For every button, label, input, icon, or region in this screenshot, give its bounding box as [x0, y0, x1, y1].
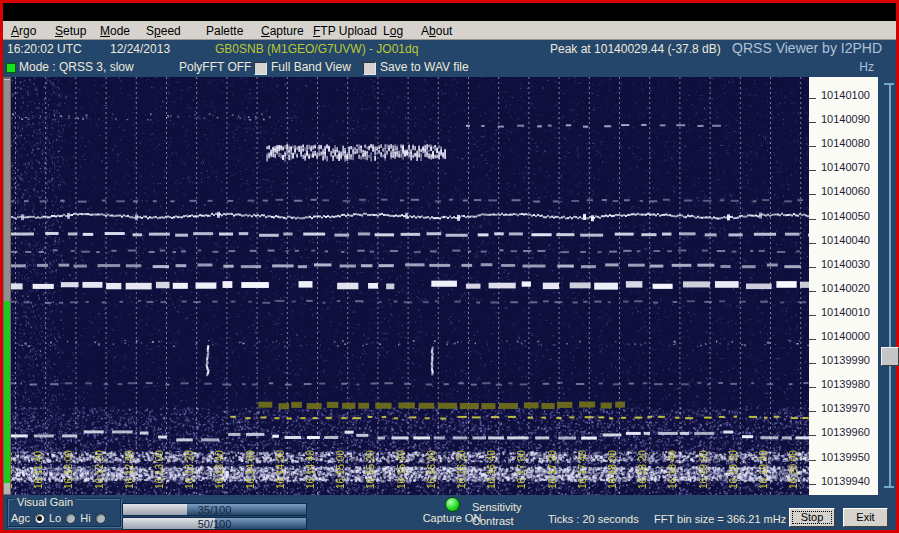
visual-gain-group: Visual Gain Agc Lo Hi — [7, 498, 121, 527]
info-bar: 16:20:02 UTC 12/24/2013 GB0SNB (M1GEO/G7… — [3, 40, 896, 58]
freq-axis-label: 10140040 — [809, 234, 870, 246]
agc-radio[interactable] — [34, 513, 45, 524]
capture-led-icon — [445, 497, 460, 512]
visual-gain-legend: Visual Gain — [14, 496, 76, 508]
mode-bar: Mode : QRSS 3, slow PolyFFT OFF Full Ban… — [3, 58, 896, 77]
freq-axis-label: 10139970 — [809, 402, 870, 414]
menu-item-mode[interactable]: Mode — [97, 23, 133, 39]
freq-axis-label: 10139940 — [809, 475, 870, 487]
sensitivity-value: 35/100 — [123, 504, 306, 515]
freq-unit-label: Hz — [859, 60, 874, 74]
frequency-axis: 1014010010140090101400801014007010140060… — [809, 77, 878, 495]
buffer-strip-green — [4, 301, 10, 483]
freq-tick-mark — [809, 330, 816, 340]
contrast-value: 50/100 — [123, 518, 306, 529]
status-led-icon — [6, 63, 16, 73]
gain-radio-row: Agc Lo Hi — [11, 512, 106, 524]
freq-tick-mark — [809, 426, 816, 436]
utc-clock: 16:20:02 UTC — [7, 42, 82, 56]
polyfft-status[interactable]: PolyFFT OFF — [179, 60, 251, 74]
menu-bar: ArgoSetupModeSpeedPaletteCaptureFTP Uplo… — [3, 21, 896, 40]
freq-axis-label: 10139950 — [809, 451, 870, 463]
freq-tick-mark — [809, 378, 816, 388]
title-bar — [3, 3, 896, 21]
freq-tick-mark — [809, 475, 816, 485]
freq-axis-label: 10139990 — [809, 354, 870, 366]
full-band-view-checkbox[interactable] — [254, 62, 267, 75]
menu-item-argo[interactable]: Argo — [8, 23, 39, 39]
fft-bin-info: FFT bin size = 366.21 mHz — [654, 513, 786, 525]
spectrogram-canvas[interactable] — [11, 77, 809, 495]
menu-item-palette[interactable]: Palette — [203, 23, 246, 39]
frequency-scrollbar[interactable] — [878, 77, 896, 495]
waterfall-area: 1014010010140090101400801014007010140060… — [3, 77, 896, 495]
stop-button[interactable]: Stop — [789, 508, 835, 527]
agc-label: Agc — [11, 512, 30, 524]
freq-tick-mark — [809, 210, 816, 220]
contrast-slider[interactable]: 50/100 — [122, 517, 307, 530]
save-wav-label: Save to WAV file — [380, 60, 469, 74]
lo-radio[interactable] — [65, 513, 76, 524]
freq-axis-label: 10140070 — [809, 161, 870, 173]
menu-item-log[interactable]: Log — [380, 23, 406, 39]
freq-axis-label: 10139960 — [809, 426, 870, 438]
date-display: 12/24/2013 — [110, 42, 170, 56]
freq-tick-mark — [809, 258, 816, 268]
argo-window: ArgoSetupModeSpeedPaletteCaptureFTP Uplo… — [0, 0, 899, 533]
freq-tick-mark — [809, 306, 816, 316]
freq-axis-label: 10140020 — [809, 282, 870, 294]
menu-item-speed[interactable]: Speed — [143, 23, 184, 39]
freq-tick-mark — [809, 137, 816, 147]
freq-tick-mark — [809, 354, 816, 364]
freq-axis-label: 10140100 — [809, 89, 870, 101]
mode-display: Mode : QRSS 3, slow — [19, 60, 134, 74]
app-title: QRSS Viewer by I2PHD — [732, 40, 882, 56]
freq-axis-label: 10140010 — [809, 306, 870, 318]
freq-axis-label: 10140000 — [809, 330, 870, 342]
station-callsign: GB0SNB (M1GEO/G7UVW) - JO01dq — [215, 42, 418, 56]
capture-status: Capture ON — [415, 512, 489, 524]
freq-tick-mark — [809, 402, 816, 412]
hi-radio[interactable] — [95, 513, 106, 524]
lo-label: Lo — [49, 512, 61, 524]
buffer-strip-gray — [4, 79, 10, 302]
freq-axis-label: 10140080 — [809, 137, 870, 149]
buffer-strip-tail — [4, 483, 10, 494]
menu-item-ftp-upload[interactable]: FTP Upload — [310, 23, 380, 39]
menu-item-about[interactable]: About — [418, 23, 455, 39]
ticks-info: Ticks : 20 seconds — [548, 513, 639, 525]
freq-tick-mark — [809, 89, 816, 99]
freq-tick-mark — [809, 161, 816, 171]
freq-tick-mark — [809, 113, 816, 123]
freq-axis-label: 10140030 — [809, 258, 870, 270]
buffer-progress-strip — [3, 77, 11, 495]
hi-label: Hi — [80, 512, 90, 524]
menu-item-setup[interactable]: Setup — [52, 23, 89, 39]
control-bar: Visual Gain Agc Lo Hi 35/100 50/100 Sens… — [3, 495, 896, 530]
full-band-view-label: Full Band View — [271, 60, 351, 74]
freq-tick-mark — [809, 451, 816, 461]
freq-tick-mark — [809, 185, 816, 195]
scrollbar-track[interactable] — [889, 83, 891, 488]
save-wav-checkbox[interactable] — [363, 62, 376, 75]
freq-axis-label: 10139980 — [809, 378, 870, 390]
scrollbar-thumb[interactable] — [881, 347, 899, 366]
sensitivity-slider[interactable]: 35/100 — [122, 503, 307, 516]
exit-button[interactable]: Exit — [843, 508, 888, 527]
freq-axis-label: 10140050 — [809, 210, 870, 222]
freq-tick-mark — [809, 234, 816, 244]
menu-item-capture[interactable]: Capture — [258, 23, 307, 39]
freq-axis-label: 10140060 — [809, 185, 870, 197]
peak-readout: Peak at 10140029.44 (-37.8 dB) — [550, 42, 721, 56]
freq-axis-label: 10140090 — [809, 113, 870, 125]
freq-tick-mark — [809, 282, 816, 292]
